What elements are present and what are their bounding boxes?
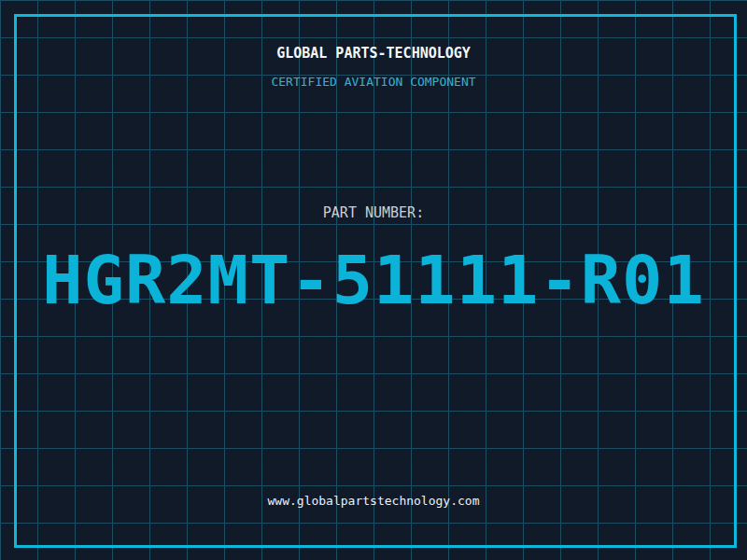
certification-subtitle: CERTIFIED AVIATION COMPONENT [0, 76, 747, 88]
part-number-label: PART NUMBER: [0, 206, 747, 220]
part-number-value: HGR2MT-51111-R01 [0, 246, 747, 314]
website-url: www.globalpartstechnology.com [0, 495, 747, 507]
company-title: GLOBAL PARTS-TECHNOLOGY [0, 47, 747, 61]
blueprint-canvas: GLOBAL PARTS-TECHNOLOGY CERTIFIED AVIATI… [0, 0, 747, 560]
